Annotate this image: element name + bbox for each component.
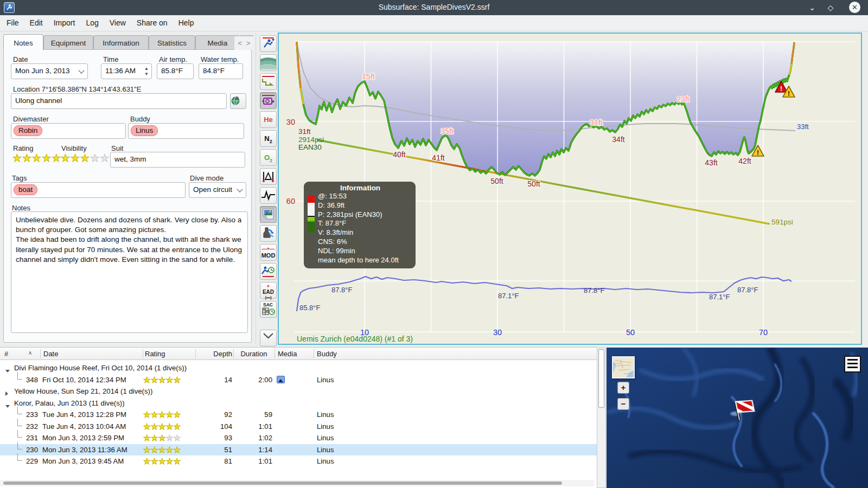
tab-scroll-buttons[interactable]: <> — [234, 36, 254, 50]
globe-button[interactable] — [230, 93, 246, 109]
dive-rating-stars: ★★★★★ — [143, 445, 181, 455]
column-header-rating[interactable]: Rating — [145, 350, 188, 358]
vscroll-thumb[interactable] — [598, 349, 604, 408]
star-icon: ★ — [151, 457, 158, 466]
oxygen-icon[interactable]: O2 — [260, 149, 277, 166]
photos-icon[interactable] — [260, 206, 277, 223]
dive-mode-select[interactable]: Open circuit — [189, 182, 246, 198]
helium-icon[interactable]: He — [260, 111, 277, 128]
tab-information[interactable]: Information — [93, 35, 149, 50]
tab-notes[interactable]: Notes — [3, 34, 43, 50]
column-header-date[interactable]: Date — [43, 350, 98, 358]
dive-computer-icon[interactable] — [260, 92, 277, 109]
expand-icon[interactable] — [5, 391, 8, 396]
dive-duration: 59 — [239, 410, 272, 419]
minimize-button[interactable]: ⌄ — [806, 2, 818, 13]
minimap-thumbnail[interactable] — [612, 356, 635, 378]
rating-stars[interactable]: ★★★★★ — [12, 153, 61, 163]
map-menu-button[interactable] — [844, 356, 861, 373]
maximize-button[interactable]: ◇ — [825, 2, 837, 13]
tag-boat[interactable]: boat — [14, 184, 37, 195]
tags-input[interactable]: boat — [11, 182, 186, 198]
column-separator[interactable] — [233, 349, 234, 358]
location-input[interactable]: Ulong channel — [11, 93, 227, 109]
column-separator[interactable] — [275, 349, 275, 358]
mod-icon[interactable]: —+—MOD — [260, 244, 277, 261]
diver-icon[interactable] — [260, 35, 277, 52]
delta-icon[interactable] — [260, 168, 277, 185]
collapse-icon[interactable] — [5, 370, 10, 373]
suit-input[interactable]: wet, 3mm — [110, 152, 245, 168]
waves-icon[interactable] — [260, 54, 277, 71]
svg-text:!: ! — [780, 85, 782, 93]
table-row[interactable]: 233Tue Jun 4, 2013 12:28 PM★★★★★9259Linu… — [0, 409, 597, 421]
column-header-num[interactable]: # — [4, 350, 15, 358]
column-header-duration[interactable]: Duration — [234, 350, 273, 358]
table-row[interactable]: 231Mon Jun 3, 2013 2:59 PM★★★★★931:02Lin… — [0, 432, 597, 444]
date-select[interactable]: Mon Jun 3, 2013 — [11, 63, 88, 79]
map-zoom-in-button[interactable]: + — [617, 382, 629, 394]
table-row[interactable]: 348Fri Oct 10, 2014 12:34 PM★★★★★142:00L… — [0, 374, 597, 386]
menu-share-on[interactable]: Share on — [131, 15, 173, 27]
map-zoom-out-button[interactable]: − — [617, 398, 629, 410]
dc-ceiling-icon[interactable] — [260, 263, 277, 280]
ead-icon[interactable]: +EAD(•••) — [260, 282, 277, 299]
spinner-arrows-icon[interactable]: ▲▼ — [144, 66, 149, 77]
column-separator[interactable] — [143, 349, 143, 358]
dive-date: Mon Jun 3, 2013 9:45 AM — [42, 457, 124, 465]
close-button[interactable]: ✕ — [849, 2, 860, 13]
column-separator[interactable] — [195, 349, 196, 358]
hscroll-thumb[interactable] — [3, 481, 562, 485]
ceiling-steps-icon[interactable] — [260, 73, 277, 90]
water-temp-label: Water temp. — [201, 55, 239, 63]
table-row[interactable]: 230Mon Jun 3, 2013 11:36 AM★★★★★511:14Li… — [0, 444, 597, 456]
menu-view[interactable]: View — [104, 15, 131, 27]
dive-list-header[interactable]: #DateRatingDepthDurationMediaBuddy∧ — [0, 348, 597, 360]
suit-label: Suit — [111, 144, 123, 152]
air-temp-field[interactable]: 85.8°F — [157, 63, 194, 79]
menu-file[interactable]: File — [1, 15, 24, 27]
column-separator[interactable] — [314, 349, 314, 358]
gas-switch-icon[interactable] — [260, 225, 277, 242]
water-temp-field[interactable]: 84.8°F — [199, 63, 243, 79]
table-row[interactable]: 232Tue Jun 4, 2013 10:04 AM★★★★★1041:01L… — [0, 421, 597, 433]
vertical-scrollbar[interactable] — [597, 348, 606, 488]
menu-help[interactable]: Help — [173, 15, 200, 27]
svg-text:15ft: 15ft — [362, 72, 374, 81]
heartrate-icon[interactable] — [260, 187, 277, 204]
trip-row[interactable]: Divi Flamingo House Reef, Fri Oct 10, 20… — [0, 362, 597, 374]
scroll-down-icon[interactable] — [260, 330, 277, 346]
menu-log[interactable]: Log — [80, 15, 104, 27]
time-spinner[interactable]: 11:36 AM▲▼ — [101, 63, 152, 79]
column-header-buddy[interactable]: Buddy — [317, 350, 360, 358]
column-header-media[interactable]: Media — [278, 350, 305, 358]
tab-scroll-right-icon[interactable]: > — [246, 39, 251, 47]
buddy-input[interactable]: Linus — [128, 123, 244, 139]
tab-scroll-left-icon[interactable]: < — [238, 39, 242, 47]
table-row[interactable]: 229Mon Jun 3, 2013 9:45 AM★★★★★811:01Lin… — [0, 455, 597, 467]
tab-media[interactable]: Media — [195, 35, 240, 50]
dive-rating-stars: ★★★★★ — [143, 433, 181, 443]
menu-import[interactable]: Import — [48, 15, 81, 27]
media-thumbnail-icon[interactable] — [277, 376, 285, 383]
star-icon: ★ — [100, 152, 110, 164]
buddy-tag[interactable]: Linus — [131, 125, 158, 136]
sac-icon[interactable]: SAC — [260, 301, 277, 318]
dive-profile-chart[interactable]: 30601030507015ft35ft31ft23ft40ft41ft50ft… — [278, 33, 862, 345]
divemaster-input[interactable]: Robin — [11, 123, 126, 139]
column-header-depth[interactable]: Depth — [195, 350, 232, 358]
nitrogen-icon[interactable]: N2 — [260, 130, 277, 147]
visibility-stars[interactable]: ★★★★★ — [61, 153, 110, 163]
sort-ascending-icon[interactable]: ∧ — [28, 350, 32, 356]
divemaster-tag[interactable]: Robin — [14, 125, 42, 136]
horizontal-scrollbar[interactable] — [0, 480, 595, 486]
tab-statistics[interactable]: Statistics — [149, 35, 195, 50]
collapse-icon[interactable] — [5, 405, 10, 408]
menu-edit[interactable]: Edit — [24, 15, 48, 27]
trip-row[interactable]: Koror, Palau, Jun 2013 (11 dive(s)) — [0, 397, 597, 409]
trip-row[interactable]: Yellow House, Sun Sep 21, 2014 (1 dive(s… — [0, 386, 597, 397]
tab-equipment[interactable]: Equipment — [43, 35, 93, 50]
dive-site-map[interactable]: + − — [607, 348, 868, 488]
notes-textarea[interactable] — [11, 211, 248, 333]
column-separator[interactable] — [40, 349, 41, 358]
